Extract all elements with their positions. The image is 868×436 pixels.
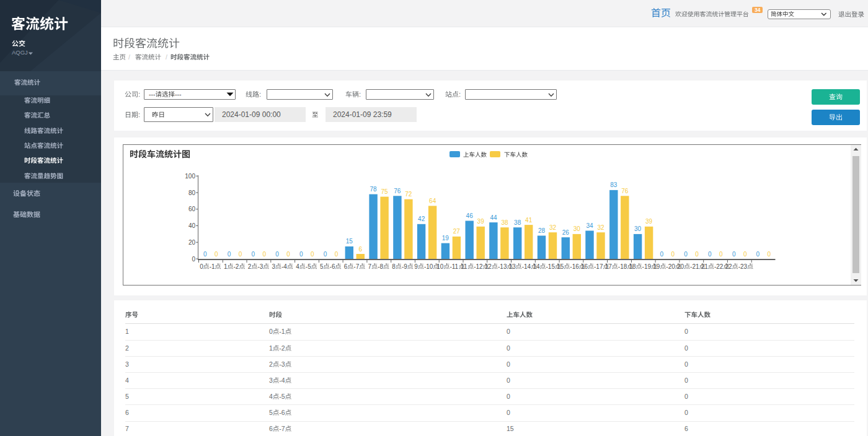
svg-text:26: 26	[562, 229, 570, 236]
svg-text:15: 15	[346, 238, 353, 245]
svg-text:0: 0	[275, 251, 279, 258]
svg-text:-6: -6	[279, 409, 285, 416]
svg-text:72: 72	[405, 191, 412, 198]
svg-text:0: 0	[228, 251, 231, 258]
svg-text:39: 39	[477, 218, 485, 225]
svg-text:-9: -9	[402, 263, 407, 270]
svg-text:0: 0	[756, 251, 760, 258]
svg-text:0: 0	[719, 251, 723, 258]
svg-text:40: 40	[188, 222, 196, 229]
svg-text:-2: -2	[234, 263, 239, 270]
svg-text:76: 76	[621, 188, 629, 194]
svg-text:4: 4	[125, 377, 129, 384]
svg-text:6: 6	[344, 263, 348, 270]
svg-text:-15: -15	[546, 263, 556, 270]
svg-text:64: 64	[429, 198, 436, 204]
svg-text:0: 0	[192, 256, 195, 263]
svg-text:-2: -2	[279, 344, 285, 351]
svg-text:-1: -1	[279, 328, 285, 335]
svg-text:-5: -5	[306, 263, 311, 270]
svg-text:-10: -10	[424, 263, 433, 270]
svg-text:78: 78	[370, 186, 378, 193]
svg-text:0: 0	[732, 251, 736, 258]
svg-text:1: 1	[224, 263, 228, 270]
svg-text:15: 15	[557, 263, 564, 270]
svg-text:0: 0	[252, 251, 255, 258]
svg-text:-22: -22	[714, 263, 724, 270]
svg-text:0: 0	[671, 251, 675, 258]
svg-text:8: 8	[392, 263, 396, 270]
svg-text:0: 0	[684, 393, 688, 400]
svg-text:-8: -8	[378, 263, 383, 270]
svg-text:38: 38	[501, 219, 508, 226]
svg-text:5: 5	[269, 409, 273, 416]
svg-text:-19: -19	[642, 263, 652, 270]
svg-text:0: 0	[684, 360, 688, 367]
svg-text:0: 0	[684, 251, 688, 258]
svg-text:12: 12	[485, 263, 492, 270]
svg-text:3: 3	[125, 360, 129, 367]
svg-text:17: 17	[605, 263, 613, 270]
svg-text:0: 0	[507, 328, 510, 335]
svg-text:1: 1	[269, 344, 273, 351]
svg-text:-4: -4	[279, 377, 285, 384]
svg-text:4: 4	[269, 393, 273, 400]
svg-text:41: 41	[525, 217, 533, 224]
svg-text:0: 0	[708, 251, 712, 258]
svg-text:-21: -21	[690, 263, 699, 270]
svg-text:-20: -20	[666, 263, 675, 270]
svg-text:7: 7	[368, 263, 372, 270]
svg-text:20: 20	[677, 263, 684, 270]
svg-text:30: 30	[634, 225, 642, 232]
svg-text:2: 2	[125, 344, 129, 351]
svg-text:0: 0	[269, 328, 273, 335]
svg-text:-18: -18	[618, 263, 627, 270]
svg-text:0: 0	[684, 377, 688, 384]
svg-text:5: 5	[125, 393, 129, 400]
svg-text:0: 0	[743, 251, 747, 258]
svg-text:0: 0	[286, 251, 290, 258]
svg-text:39: 39	[645, 218, 653, 225]
svg-text:16: 16	[581, 263, 588, 270]
svg-text:-7: -7	[279, 425, 285, 432]
svg-text:0: 0	[507, 344, 510, 351]
svg-text:28: 28	[538, 227, 546, 234]
svg-text:11: 11	[461, 263, 467, 270]
svg-text:-1: -1	[210, 263, 215, 270]
svg-text:2: 2	[248, 263, 252, 270]
svg-text:0: 0	[215, 251, 218, 258]
svg-text:34: 34	[587, 222, 594, 229]
svg-text:80: 80	[188, 190, 196, 196]
svg-text:32: 32	[549, 224, 557, 231]
svg-text:38: 38	[514, 219, 521, 226]
svg-text:32: 32	[598, 224, 605, 231]
svg-text:0: 0	[507, 393, 510, 400]
svg-text:0: 0	[200, 263, 203, 270]
svg-text:-17: -17	[594, 263, 603, 270]
svg-text:-6: -6	[330, 263, 335, 270]
svg-text:0: 0	[507, 360, 510, 367]
svg-text:19: 19	[653, 263, 660, 270]
svg-text:30: 30	[574, 225, 581, 232]
svg-text:-16: -16	[570, 263, 579, 270]
svg-text:20: 20	[188, 239, 196, 246]
svg-text:0: 0	[695, 251, 699, 258]
svg-text:-5: -5	[279, 393, 285, 400]
svg-text:4: 4	[296, 263, 299, 270]
svg-text:75: 75	[381, 188, 389, 195]
svg-text:0: 0	[768, 251, 771, 258]
svg-text:0: 0	[684, 328, 688, 335]
svg-text:0: 0	[507, 377, 510, 384]
svg-text:0: 0	[203, 251, 207, 258]
svg-text:100: 100	[185, 173, 195, 180]
svg-text:-3: -3	[279, 360, 285, 367]
svg-text:0: 0	[660, 251, 664, 258]
svg-text:-13: -13	[498, 263, 507, 270]
svg-text:0: 0	[299, 251, 303, 258]
svg-text:27: 27	[453, 228, 461, 235]
svg-text:0: 0	[684, 409, 688, 416]
svg-text:22: 22	[725, 263, 733, 270]
svg-text:42: 42	[418, 216, 425, 222]
svg-text:7: 7	[125, 425, 129, 432]
svg-text:13: 13	[509, 263, 516, 270]
